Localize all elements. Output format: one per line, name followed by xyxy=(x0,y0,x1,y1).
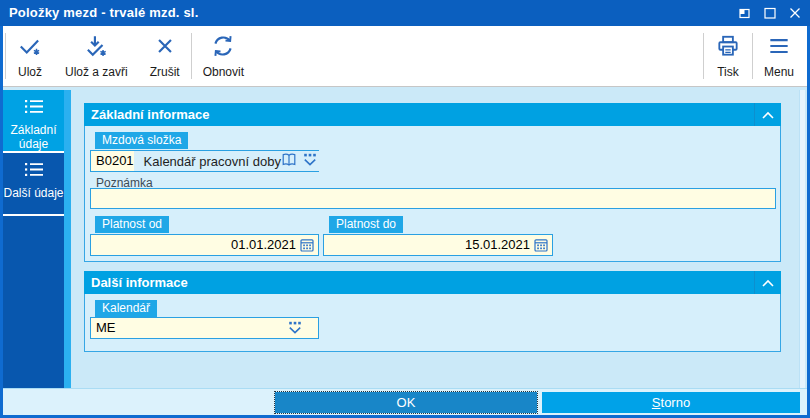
dropdown-lookup-icon[interactable] xyxy=(303,153,317,170)
wage-component-code[interactable]: B0201 xyxy=(91,151,134,171)
calendar-tag: Kalendář xyxy=(95,300,157,317)
menu-button[interactable]: Menu xyxy=(753,26,805,86)
chevron-up-icon xyxy=(760,277,776,289)
save-and-close-button[interactable]: Ulož a zavři xyxy=(54,26,139,86)
menu-label: Menu xyxy=(764,65,794,79)
cancel-label: Zrušit xyxy=(150,65,180,79)
sidebar: Základní údaje Další údaje xyxy=(3,90,64,388)
section-dalsi-informace: Další informace Kalendář ME xyxy=(84,271,781,352)
close-icon[interactable] xyxy=(788,6,802,20)
save-button[interactable]: Ulož xyxy=(6,26,54,86)
valid-from-tag: Platnost od xyxy=(95,216,169,233)
section-body: Kalendář ME xyxy=(84,294,781,352)
calendar-value: ME xyxy=(96,318,116,338)
print-label: Tisk xyxy=(717,65,739,79)
wage-component-field[interactable]: B0201 Kalendář pracovní doby xyxy=(90,150,319,172)
dropdown-lookup-icon[interactable] xyxy=(288,321,302,338)
section-zakladni-informace: Základní informace Mzdová složka B0201 K… xyxy=(84,103,781,262)
footer: OK Storno xyxy=(3,388,807,415)
book-lookup-icon[interactable] xyxy=(281,153,297,170)
save-and-close-icon xyxy=(83,33,109,62)
valid-to-tag: Platnost do xyxy=(329,216,403,233)
chevron-up-icon xyxy=(760,109,776,121)
collapse-section-button[interactable] xyxy=(754,271,781,294)
note-input[interactable] xyxy=(90,188,776,209)
save-and-close-label: Ulož a zavři xyxy=(65,65,128,79)
app-window: Položky mezd - trvalé mzd. sl. xyxy=(0,0,810,418)
titlebar: Položky mezd - trvalé mzd. sl. xyxy=(0,0,810,26)
ok-button[interactable]: OK xyxy=(275,392,537,413)
valid-from-input[interactable]: 01.01.2021 xyxy=(90,234,319,256)
hamburger-menu-icon xyxy=(766,33,792,62)
calendar-input[interactable]: ME xyxy=(90,317,319,339)
printer-icon xyxy=(715,33,741,62)
section-header[interactable]: Další informace xyxy=(84,271,781,294)
maximize-icon[interactable] xyxy=(763,6,777,20)
calendar-picker-icon[interactable] xyxy=(534,238,548,255)
sidebar-item-zakladni-udaje[interactable]: Základní údaje xyxy=(3,90,64,153)
storno-accel: S xyxy=(652,395,661,410)
valid-to-input[interactable]: 15.01.2021 xyxy=(323,234,553,256)
refresh-button[interactable]: Obnovit xyxy=(192,26,255,86)
wage-component-tag: Mzdová složka xyxy=(95,132,188,149)
collapse-section-button[interactable] xyxy=(754,103,781,126)
main-panel: Základní informace Mzdová složka B0201 K… xyxy=(71,90,807,388)
wage-component-description: Kalendář pracovní doby xyxy=(144,154,281,169)
panel-scroll-strip xyxy=(799,90,805,388)
valid-to-value: 15.01.2021 xyxy=(465,235,530,255)
refresh-label: Obnovit xyxy=(203,65,244,79)
storno-label: torno xyxy=(661,395,691,410)
bullet-list-icon xyxy=(23,161,45,182)
save-label: Ulož xyxy=(18,65,42,79)
restore-window-icon[interactable] xyxy=(738,6,752,20)
window-title: Položky mezd - trvalé mzd. sl. xyxy=(9,0,199,26)
sidebar-item-label: Další údaje xyxy=(3,187,63,201)
toolbar: Ulož Ulož a zavři Zruši xyxy=(3,26,807,87)
section-title: Další informace xyxy=(91,275,188,290)
section-body: Mzdová složka B0201 Kalendář pracovní do… xyxy=(84,126,781,262)
calendar-picker-icon[interactable] xyxy=(300,238,314,255)
sidebar-item-dalsi-udaje[interactable]: Další údaje xyxy=(3,153,64,216)
sidebar-item-label: Základní údaje xyxy=(3,124,64,152)
section-title: Základní informace xyxy=(91,107,209,122)
save-icon xyxy=(17,33,43,62)
storno-button[interactable]: Storno xyxy=(542,392,800,413)
ok-label: OK xyxy=(397,395,416,410)
print-button[interactable]: Tisk xyxy=(704,26,752,86)
valid-from-value: 01.01.2021 xyxy=(231,235,296,255)
cancel-button[interactable]: Zrušit xyxy=(139,26,191,86)
content-area: Základní údaje Další údaje Základní info… xyxy=(3,87,807,388)
section-header[interactable]: Základní informace xyxy=(84,103,781,126)
sidebar-accent-strip xyxy=(64,90,71,388)
bullet-list-icon xyxy=(23,98,45,119)
cancel-x-icon xyxy=(152,33,178,62)
refresh-icon xyxy=(210,33,236,62)
